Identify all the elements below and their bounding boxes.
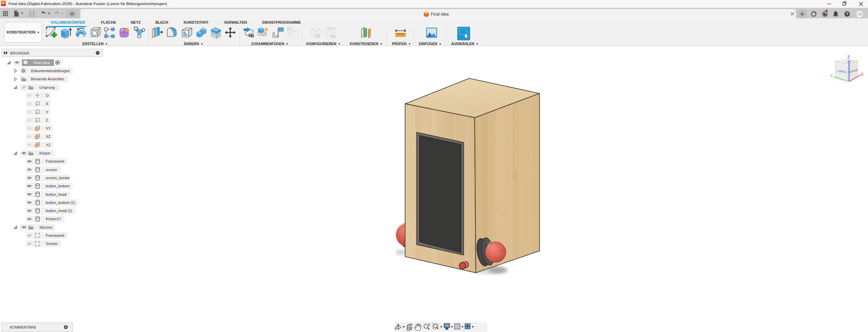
svg-text:F: F <box>2 1 5 5</box>
svg-text:Y: Y <box>830 73 833 78</box>
svg-text:?: ? <box>846 12 848 16</box>
svg-text:LS: LS <box>857 12 862 16</box>
svg-text:X: X <box>861 72 864 77</box>
svg-text:Z: Z <box>847 55 850 60</box>
